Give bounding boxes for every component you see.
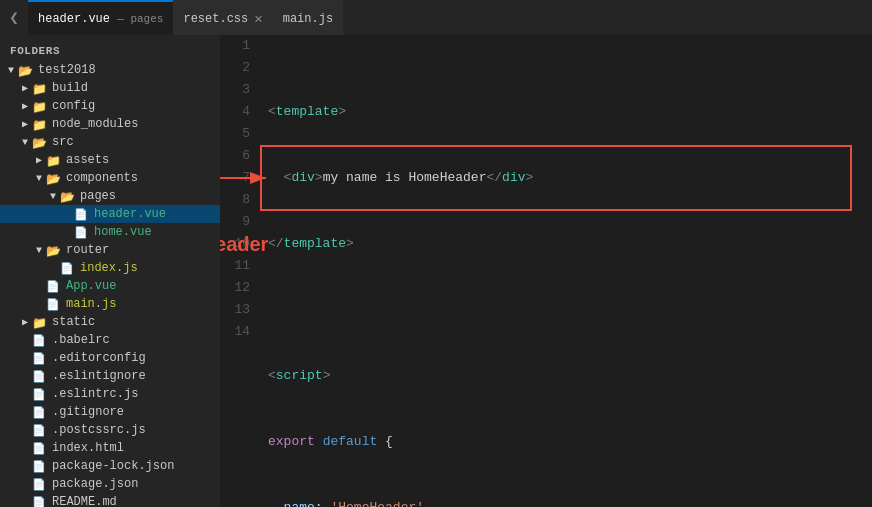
- folder-open-icon: [46, 244, 62, 256]
- editor[interactable]: 12345 678910 11121314 <template> <div>my…: [220, 35, 872, 507]
- sidebar-item-components[interactable]: components: [0, 169, 220, 187]
- sidebar-item-app-vue[interactable]: 📄 App.vue: [0, 277, 220, 295]
- sidebar-item-readme[interactable]: 📄 README.md: [0, 493, 220, 507]
- item-label: App.vue: [66, 279, 116, 293]
- file-icon: 📄: [32, 352, 48, 365]
- tab-header-vue[interactable]: header.vue — pages: [28, 0, 173, 35]
- arrow-icon: [32, 245, 46, 256]
- file-icon: 📄: [32, 424, 48, 437]
- tab-label: header.vue — pages: [38, 12, 163, 26]
- item-label: package.json: [52, 477, 138, 491]
- arrow-icon: [4, 65, 18, 76]
- item-label: package-lock.json: [52, 459, 174, 473]
- arrow-icon: [18, 316, 32, 328]
- item-label: .gitignore: [52, 405, 124, 419]
- sidebar-item-main-js[interactable]: 📄 main.js: [0, 295, 220, 313]
- item-label: test2018: [38, 63, 96, 77]
- main-layout: FOLDERS test2018 build config node_m: [0, 35, 872, 507]
- tab-nav-back[interactable]: ❮: [0, 0, 28, 35]
- item-label: .eslintrc.js: [52, 387, 138, 401]
- sidebar-item-index-html[interactable]: 📄 index.html: [0, 439, 220, 457]
- tab-close-icon[interactable]: ✕: [254, 10, 262, 27]
- sidebar-header: FOLDERS: [0, 39, 220, 61]
- sidebar-item-package-json[interactable]: 📄 package.json: [0, 475, 220, 493]
- item-label: static: [52, 315, 95, 329]
- item-label: README.md: [52, 495, 117, 507]
- item-label: main.js: [66, 297, 116, 311]
- folder-open-icon: [18, 64, 34, 76]
- sidebar-item-package-lock[interactable]: 📄 package-lock.json: [0, 457, 220, 475]
- item-label: .editorconfig: [52, 351, 146, 365]
- sidebar-item-postcssrc[interactable]: 📄 .postcssrc.js: [0, 421, 220, 439]
- folder-open-icon: [46, 172, 62, 184]
- code-line-3: </template>: [268, 233, 872, 255]
- sidebar-item-editorconfig[interactable]: 📄 .editorconfig: [0, 349, 220, 367]
- folder-icon: [32, 82, 48, 94]
- item-label: src: [52, 135, 74, 149]
- item-label: index.js: [80, 261, 138, 275]
- folder-icon: [32, 118, 48, 130]
- file-icon: 📄: [32, 496, 48, 508]
- item-label: .postcssrc.js: [52, 423, 146, 437]
- tab-main-js[interactable]: main.js: [273, 0, 343, 35]
- folder-icon: [46, 154, 62, 166]
- item-label: components: [66, 171, 138, 185]
- sidebar-item-static[interactable]: static: [0, 313, 220, 331]
- item-label: assets: [66, 153, 109, 167]
- arrow-icon: [18, 82, 32, 94]
- tab-label: main.js: [283, 12, 333, 26]
- item-label: config: [52, 99, 95, 113]
- sidebar-item-config[interactable]: config: [0, 97, 220, 115]
- tabs-bar: ❮ header.vue — pages reset.css ✕ main.js: [0, 0, 872, 35]
- item-label: build: [52, 81, 88, 95]
- folder-open-icon: [60, 190, 76, 202]
- sidebar-item-pages[interactable]: pages: [0, 187, 220, 205]
- item-label: pages: [80, 189, 116, 203]
- code-line-1: <template>: [268, 101, 872, 123]
- sidebar-item-babelrc[interactable]: 📄 .babelrc: [0, 331, 220, 349]
- folder-icon: [32, 100, 48, 112]
- item-label: home.vue: [94, 225, 152, 239]
- sidebar-item-build[interactable]: build: [0, 79, 220, 97]
- code-line-4: [268, 299, 872, 321]
- editor-wrapper: 12345 678910 11121314 <template> <div>my…: [220, 35, 872, 507]
- code-line-6: export default {: [268, 431, 872, 453]
- item-label: index.html: [52, 441, 124, 455]
- sidebar-item-home-vue[interactable]: 📄 home.vue: [0, 223, 220, 241]
- arrow-icon: [18, 137, 32, 148]
- code-content: <template> <div>my name is HomeHeader</d…: [260, 35, 872, 507]
- code-area: 12345 678910 11121314 <template> <div>my…: [220, 35, 872, 507]
- item-label: router: [66, 243, 109, 257]
- file-icon: 📄: [32, 478, 48, 491]
- sidebar-item-router-index-js[interactable]: 📄 index.js: [0, 259, 220, 277]
- sidebar-item-node-modules[interactable]: node_modules: [0, 115, 220, 133]
- js-file-icon: 📄: [46, 298, 62, 311]
- tab-reset-css[interactable]: reset.css ✕: [173, 0, 272, 35]
- vue-file-icon: 📄: [74, 226, 90, 239]
- sidebar-item-eslintrc[interactable]: 📄 .eslintrc.js: [0, 385, 220, 403]
- arrow-icon: [32, 154, 46, 166]
- vue-file-icon: 📄: [74, 208, 90, 221]
- folder-open-icon: [32, 136, 48, 148]
- sidebar-item-test2018[interactable]: test2018: [0, 61, 220, 79]
- item-label: .babelrc: [52, 333, 110, 347]
- item-label: node_modules: [52, 117, 138, 131]
- arrow-icon: [18, 118, 32, 130]
- code-line-7: name: 'HomeHeader': [268, 497, 872, 507]
- sidebar-item-assets[interactable]: assets: [0, 151, 220, 169]
- sidebar-item-gitignore[interactable]: 📄 .gitignore: [0, 403, 220, 421]
- arrow-icon: [46, 191, 60, 202]
- line-numbers: 12345 678910 11121314: [220, 35, 260, 507]
- sidebar-item-src[interactable]: src: [0, 133, 220, 151]
- sidebar-item-router[interactable]: router: [0, 241, 220, 259]
- sidebar-item-header-vue[interactable]: 📄 header.vue: [0, 205, 220, 223]
- file-icon: 📄: [32, 460, 48, 473]
- sidebar-item-eslintignore[interactable]: 📄 .eslintignore: [0, 367, 220, 385]
- file-icon: 📄: [32, 406, 48, 419]
- js-file-icon: 📄: [60, 262, 76, 275]
- file-icon: 📄: [32, 388, 48, 401]
- code-line-2: <div>my name is HomeHeader</div>: [268, 167, 872, 189]
- arrow-icon: [32, 173, 46, 184]
- code-line-5: <script>: [268, 365, 872, 387]
- file-icon: 📄: [32, 370, 48, 383]
